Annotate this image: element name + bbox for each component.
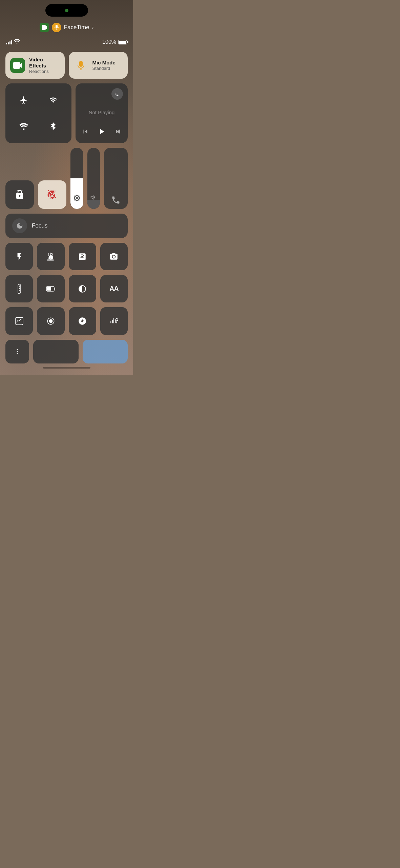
media-prev-btn[interactable] [82,128,89,137]
bar-2 [8,42,9,44]
battery-section: 100% [102,39,127,45]
screen-record-btn[interactable] [37,307,64,335]
airplane-mode-btn[interactable] [13,89,35,111]
video-effects-icon [10,58,25,73]
silent-mode-btn[interactable] [38,180,66,209]
text-size-label: AA [109,285,119,293]
svg-point-4 [19,288,20,289]
signal-section [6,39,20,45]
battery-status-btn[interactable] [37,275,64,302]
svg-rect-17 [117,321,117,323]
camera-btn[interactable] [100,243,128,270]
volume-icon [90,194,97,203]
bottom-partial-row [5,340,128,363]
svg-rect-14 [112,320,113,323]
mic-mode-icon [73,58,88,73]
media-next-btn[interactable] [114,128,122,137]
signal-bars [6,40,12,44]
facetime-label: FaceTime [64,24,89,31]
focus-row: Focus [5,214,128,238]
not-playing-label: Not Playing [80,107,123,118]
bluetooth-btn[interactable] [42,115,64,138]
mic-mode-text: Mic Mode Standard [92,60,115,72]
svg-point-21 [17,349,18,350]
brightness-slider[interactable] [70,148,83,209]
dynamic-island [45,4,88,17]
video-effects-text: Video Effects Reactions [29,57,60,75]
svg-rect-8 [55,288,55,290]
bar-4 [11,40,12,44]
timer-btn[interactable] [37,243,64,270]
svg-point-22 [17,353,18,354]
contrast-btn[interactable] [69,275,96,302]
sound-recognition-btn[interactable] [100,307,128,335]
brightness-fill [70,178,83,209]
more-btn-1[interactable] [5,340,29,363]
focus-label: Focus [32,222,47,229]
icon-grid-row2: AA [5,275,128,302]
battery-icon [118,40,127,44]
phone-btn[interactable] [104,148,128,209]
connectivity-panel [5,83,71,143]
bar-3 [9,41,10,44]
shazam-btn[interactable] [69,307,96,335]
mic-mode-subtitle: Standard [92,66,115,72]
airplay-btn[interactable] [111,88,123,100]
cellular-btn[interactable] [42,89,64,111]
media-panel: Not Playing [76,83,128,143]
icon-grid-row1 [5,243,128,270]
facetime-banner[interactable]: FaceTime › [5,23,128,32]
video-effects-title: Video Effects [29,57,60,69]
svg-rect-15 [113,318,114,323]
flashlight-btn[interactable] [5,243,33,270]
more-btn-3[interactable] [83,340,128,363]
brightness-icon [73,194,81,203]
calculator-btn[interactable] [69,243,96,270]
text-size-btn[interactable]: AA [100,275,128,302]
facetime-camera-icon [40,23,49,32]
volume-slider[interactable] [87,148,100,209]
mic-mode-title: Mic Mode [92,60,115,66]
svg-rect-6 [18,285,20,286]
facetime-mic-icon [52,23,61,32]
svg-rect-13 [111,321,111,323]
icon-grid-row3 [5,307,128,335]
svg-point-12 [49,319,52,323]
svg-rect-9 [47,287,51,291]
media-play-btn[interactable] [97,127,106,138]
battery-percentage: 100% [102,39,116,45]
controls-row [5,148,128,209]
svg-rect-16 [115,320,116,323]
svg-point-20 [17,351,18,352]
mic-mode-card[interactable]: Mic Mode Standard [69,52,128,79]
svg-line-19 [118,320,118,321]
media-controls [80,127,123,138]
focus-btn[interactable]: Focus [5,214,128,238]
svg-point-5 [19,290,20,291]
orientation-lock-btn[interactable] [5,180,34,209]
focus-moon-icon [12,218,27,233]
svg-point-1 [113,255,115,258]
camera-indicator [65,9,68,12]
wifi-btn[interactable] [13,115,35,138]
video-effects-subtitle: Reactions [29,69,60,75]
status-bar: 100% [5,39,128,45]
quick-cards-row: Video Effects Reactions Mic Mode Standar… [5,52,128,79]
remote-btn[interactable] [5,275,33,302]
bar-1 [6,43,7,44]
home-indicator [43,367,90,369]
facetime-chevron: › [92,25,94,30]
more-btn-2[interactable] [33,340,79,363]
wifi-icon [14,39,20,45]
svg-rect-10 [16,317,23,325]
video-effects-card[interactable]: Video Effects Reactions [5,52,65,79]
battery-fill [119,41,126,44]
signature-btn[interactable] [5,307,33,335]
connectivity-media-row: Not Playing [5,83,128,143]
svg-point-3 [19,286,20,287]
